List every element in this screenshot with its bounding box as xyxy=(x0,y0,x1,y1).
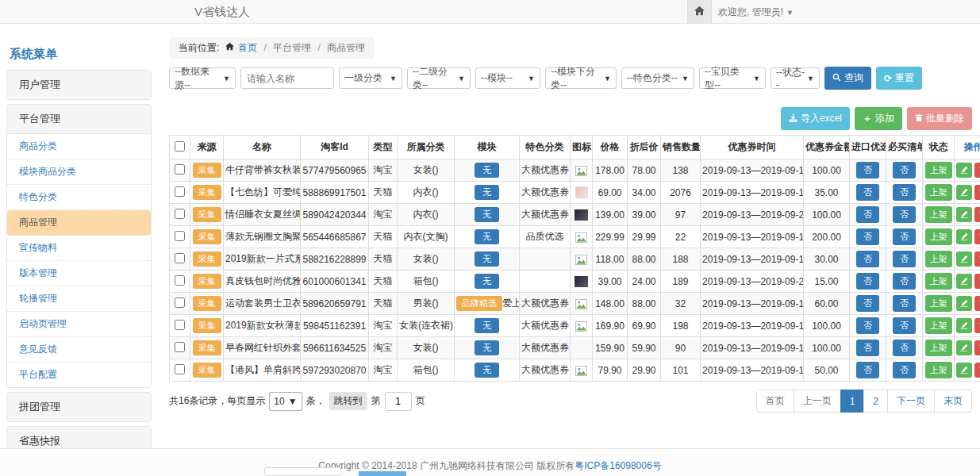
name-search-input[interactable] xyxy=(240,67,334,89)
import-select-toggle[interactable]: 否 xyxy=(856,228,879,245)
sidebar-item-2[interactable]: 拼团管理 xyxy=(7,393,151,421)
sidebar-item-0[interactable]: 用户管理 xyxy=(7,71,151,99)
edit-button[interactable] xyxy=(956,229,972,244)
row-checkbox[interactable] xyxy=(175,342,185,352)
per-page-select[interactable]: 10▼ xyxy=(269,392,302,411)
delete-button[interactable] xyxy=(974,229,980,244)
home-button[interactable] xyxy=(687,0,712,24)
edit-button[interactable] xyxy=(956,163,972,178)
edit-button[interactable] xyxy=(956,185,972,200)
delete-button[interactable] xyxy=(974,296,980,311)
delete-button[interactable] xyxy=(974,340,980,355)
breadcrumb-home-link[interactable]: 首页 xyxy=(238,42,257,53)
edit-button[interactable] xyxy=(956,318,972,333)
page-button[interactable]: 末页 xyxy=(934,390,972,413)
jump-button[interactable]: 跳转到 xyxy=(329,392,367,410)
filter-select-8[interactable]: --状态--▼ xyxy=(771,67,820,89)
filter-select-3[interactable]: --二级分类--▼ xyxy=(407,67,471,89)
must-buy-toggle[interactable]: 否 xyxy=(893,273,916,290)
delete-button[interactable] xyxy=(974,185,980,200)
row-checkbox[interactable] xyxy=(175,298,185,308)
import-select-toggle[interactable]: 否 xyxy=(856,273,879,290)
import-select-toggle[interactable]: 否 xyxy=(856,162,879,178)
status-button[interactable]: 上架 xyxy=(925,162,952,178)
edit-button[interactable] xyxy=(956,207,972,222)
edit-button[interactable] xyxy=(956,296,972,311)
delete-button[interactable] xyxy=(974,163,980,178)
batch-delete-button[interactable]: 批量删除 xyxy=(907,107,972,130)
import-select-toggle[interactable]: 否 xyxy=(856,317,879,334)
row-checkbox[interactable] xyxy=(175,164,185,175)
page-number-input[interactable] xyxy=(385,392,412,411)
submenu-item[interactable]: 商品分类 xyxy=(7,134,151,159)
import-select-toggle[interactable]: 否 xyxy=(856,362,879,378)
row-checkbox[interactable] xyxy=(175,275,185,286)
delete-button[interactable] xyxy=(974,363,980,378)
submenu-item[interactable]: 特色分类 xyxy=(7,185,151,210)
row-checkbox[interactable] xyxy=(175,231,185,241)
select-all-checkbox[interactable] xyxy=(175,141,185,152)
icp-link[interactable]: 粤ICP备16098006号 xyxy=(575,460,661,471)
filter-select-6[interactable]: --特色分类--▼ xyxy=(621,67,694,89)
import-select-toggle[interactable]: 否 xyxy=(856,295,879,312)
edit-button[interactable] xyxy=(956,251,972,267)
filter-select-2[interactable]: 一级分类▼ xyxy=(339,67,402,89)
must-buy-toggle[interactable]: 否 xyxy=(893,340,916,356)
delete-button[interactable] xyxy=(974,207,980,222)
edit-button[interactable] xyxy=(956,340,972,355)
submenu-item[interactable]: 平台配置 xyxy=(7,363,151,387)
delete-button[interactable] xyxy=(974,251,980,267)
status-button[interactable]: 上架 xyxy=(925,317,952,334)
must-buy-toggle[interactable]: 否 xyxy=(893,184,916,201)
import-select-toggle[interactable]: 否 xyxy=(856,340,879,356)
user-menu[interactable]: 欢迎您, 管理员!▼ xyxy=(718,0,794,25)
search-button[interactable]: 查询 xyxy=(824,67,871,90)
status-button[interactable]: 上架 xyxy=(925,251,952,267)
delete-button[interactable] xyxy=(974,318,980,333)
import-select-toggle[interactable]: 否 xyxy=(856,206,879,223)
page-button[interactable]: 上一页 xyxy=(794,390,841,413)
row-checkbox[interactable] xyxy=(175,186,185,197)
submenu-item[interactable]: 轮播管理 xyxy=(7,286,151,312)
submenu-item[interactable]: 商品管理 xyxy=(7,210,151,236)
sidebar-item-1[interactable]: 平台管理 xyxy=(7,105,151,134)
import-excel-button[interactable]: 导入excel xyxy=(781,107,850,130)
row-checkbox[interactable] xyxy=(175,209,185,219)
must-buy-toggle[interactable]: 否 xyxy=(893,295,916,312)
status-button[interactable]: 上架 xyxy=(925,228,952,245)
must-buy-toggle[interactable]: 否 xyxy=(893,162,916,178)
status-button[interactable]: 上架 xyxy=(925,184,952,201)
filter-select-4[interactable]: --模块--▼ xyxy=(475,67,540,89)
add-button[interactable]: ＋ 添加 xyxy=(855,107,902,130)
must-buy-toggle[interactable]: 否 xyxy=(893,317,916,334)
must-buy-toggle[interactable]: 否 xyxy=(893,228,916,245)
submenu-item[interactable]: 模块商品分类 xyxy=(7,159,151,185)
page-button[interactable]: 首页 xyxy=(756,390,794,413)
status-button[interactable]: 上架 xyxy=(925,295,952,312)
delete-button[interactable] xyxy=(974,274,980,289)
status-button[interactable]: 上架 xyxy=(925,340,952,356)
row-checkbox[interactable] xyxy=(175,364,185,374)
must-buy-toggle[interactable]: 否 xyxy=(893,251,916,267)
filter-select-7[interactable]: --宝贝类型--▼ xyxy=(699,67,766,89)
row-checkbox[interactable] xyxy=(175,253,185,263)
submenu-item[interactable]: 宣传物料 xyxy=(7,236,151,261)
must-buy-toggle[interactable]: 否 xyxy=(893,362,916,378)
status-button[interactable]: 上架 xyxy=(925,362,952,378)
page-button[interactable]: 2 xyxy=(863,390,888,413)
must-buy-toggle[interactable]: 否 xyxy=(893,206,916,223)
submenu-item[interactable]: 版本管理 xyxy=(7,261,151,286)
filter-select-0[interactable]: --数据来源--▼ xyxy=(169,67,236,89)
filter-select-5[interactable]: --模块下分类--▼ xyxy=(545,67,617,89)
status-button[interactable]: 上架 xyxy=(925,273,952,290)
reset-button[interactable]: ⟳重置 xyxy=(876,67,922,90)
row-checkbox[interactable] xyxy=(175,320,185,330)
edit-button[interactable] xyxy=(956,274,972,289)
status-button[interactable]: 上架 xyxy=(925,206,952,223)
import-select-toggle[interactable]: 否 xyxy=(856,184,879,201)
submenu-item[interactable]: 意见反馈 xyxy=(7,337,151,363)
page-button[interactable]: 1 xyxy=(840,390,865,413)
page-button[interactable]: 下一页 xyxy=(887,390,935,413)
edit-button[interactable] xyxy=(956,363,972,378)
submenu-item[interactable]: 启动页管理 xyxy=(7,312,151,337)
